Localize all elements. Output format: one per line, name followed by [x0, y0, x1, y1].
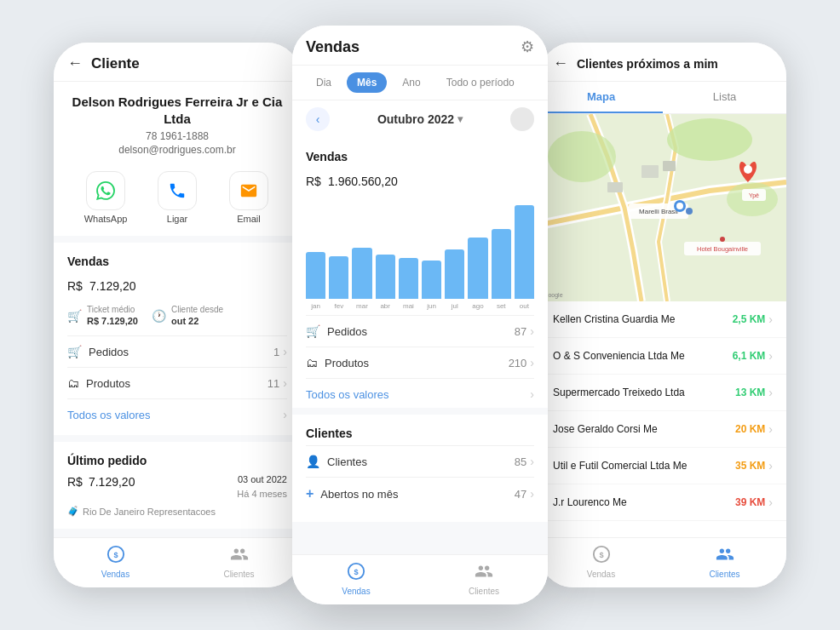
- abertos-label: Abertos no mês: [320, 488, 398, 501]
- bar: [376, 255, 395, 299]
- svg-point-21: [744, 165, 752, 174]
- bar-month-label: jun: [427, 302, 436, 310]
- right-nav-vendas[interactable]: $ Vendas: [539, 545, 663, 579]
- sales-section-title: Vendas: [67, 255, 287, 268]
- produtos-row[interactable]: 🗂 Produtos 11 ›: [67, 367, 287, 398]
- email-label: Email: [237, 214, 261, 224]
- center-nav-clientes[interactable]: Clientes: [420, 562, 548, 596]
- bar-col: fev: [329, 199, 348, 310]
- bottom-nav-left: $ Vendas Clientes: [54, 537, 301, 587]
- center-pedidos-label: Pedidos: [327, 325, 367, 338]
- tab-ano[interactable]: Ano: [392, 72, 430, 93]
- list-item[interactable]: O & S Conveniencia Ltda Me6,1 KM›: [539, 338, 786, 375]
- center-todos-link[interactable]: Todos os valores ›: [306, 378, 534, 403]
- client-phone: 78 1961-1888: [67, 130, 287, 142]
- back-button[interactable]: ←: [67, 54, 83, 72]
- desde-text: Cliente desde out 22: [171, 304, 223, 327]
- sales-value: R$ 7.129,20: [67, 273, 287, 295]
- next-month-button[interactable]: [510, 107, 534, 131]
- clientes-nav-icon: [716, 545, 734, 568]
- sales-card: Vendas R$ 7.129,20 🛒 Ticket médio R$ 7.1…: [54, 243, 301, 435]
- left-scroll: Delson Rodrigues Ferreira Jr e Cia Ltda …: [54, 82, 301, 537]
- bar: [352, 248, 371, 299]
- list-item[interactable]: Kellen Cristina Guardia Me2,5 KM›: [539, 301, 786, 338]
- bar-col: mai: [399, 199, 418, 310]
- center-nav-vendas[interactable]: $ Vendas: [292, 562, 420, 596]
- client-distance: 35 KM: [735, 460, 765, 472]
- ticket-medio-metric: 🛒 Ticket médio R$ 7.129,20: [67, 304, 138, 327]
- pedidos-label: Pedidos: [89, 346, 129, 358]
- last-order-title: Último pedido: [67, 454, 287, 467]
- svg-text:$: $: [599, 551, 603, 559]
- clientes-nav-label: Clientes: [469, 587, 499, 596]
- email-button[interactable]: Email: [218, 171, 279, 224]
- tab-mapa[interactable]: Mapa: [539, 82, 663, 113]
- list-item[interactable]: Jose Geraldo Corsi Me20 KM›: [539, 411, 786, 448]
- svg-text:Hotel Bougainville: Hotel Bougainville: [697, 245, 748, 253]
- nav-vendas[interactable]: $ Vendas: [54, 545, 177, 579]
- phone-center: Vendas ⚙ Dia Mês Ano Todo o período ‹ Ou…: [292, 26, 548, 604]
- todos-valores-link[interactable]: Todos os valores ›: [67, 398, 287, 423]
- abertos-row[interactable]: + Abertos no mês 47 ›: [306, 477, 534, 510]
- bar-month-label: jul: [452, 302, 458, 310]
- bar-month-label: jan: [311, 302, 320, 310]
- clientes-title: Clientes: [306, 427, 534, 440]
- client-list-name: Jose Geraldo Corsi Me: [553, 423, 658, 435]
- svg-point-13: [686, 208, 693, 215]
- dropdown-icon: ▾: [457, 113, 463, 125]
- center-pedidos-value: 87: [515, 325, 526, 338]
- map-container[interactable]: Marelli Brasil Hotel Bougainville Ypê: [539, 114, 786, 301]
- client-distance: 2,5 KM: [733, 313, 766, 325]
- svg-point-5: [548, 131, 616, 182]
- clientes-label: Clientes: [327, 455, 367, 468]
- center-header: Vendas ⚙: [292, 26, 548, 66]
- phone-right: ← Clientes próximos a mim Mapa Lista: [539, 43, 786, 587]
- bar: [399, 258, 418, 299]
- call-button[interactable]: Ligar: [147, 171, 208, 224]
- prev-month-button[interactable]: ‹: [306, 107, 330, 131]
- svg-point-16: [720, 237, 725, 242]
- ticket-icon: 🛒: [67, 309, 82, 323]
- client-distance: 13 KM: [735, 387, 765, 398]
- list-item[interactable]: Util e Futil Comercial Ltda Me35 KM›: [539, 448, 786, 484]
- center-pedidos-row[interactable]: 🛒 Pedidos 87 ›: [306, 315, 534, 346]
- bar-col: abr: [376, 199, 395, 310]
- right-back-button[interactable]: ←: [553, 54, 568, 72]
- clientes-nav-icon: [475, 562, 493, 585]
- gear-icon[interactable]: ⚙: [521, 37, 534, 56]
- cliente-desde-metric: 🕐 Cliente desde out 22: [152, 304, 223, 327]
- metrics-row: 🛒 Ticket médio R$ 7.129,20 🕐 Cliente des…: [67, 304, 287, 327]
- center-produtos-row[interactable]: 🗂 Produtos 210 ›: [306, 346, 534, 378]
- tab-lista[interactable]: Lista: [663, 82, 786, 113]
- center-produtos-value: 210: [509, 357, 527, 369]
- bar-col: jan: [306, 199, 325, 310]
- client-list-name: Kellen Cristina Guardia Me: [553, 313, 675, 325]
- chevron-right-icon: ›: [768, 495, 773, 509]
- whatsapp-label: WhatsApp: [84, 214, 128, 224]
- right-nav-clientes[interactable]: Clientes: [663, 545, 786, 579]
- list-item[interactable]: Supermercado Treixedo Ltda13 KM›: [539, 375, 786, 411]
- tab-todo-periodo[interactable]: Todo o período: [436, 72, 525, 93]
- clientes-row[interactable]: 👤 Clientes 85 ›: [306, 445, 534, 477]
- center-produtos-label: Produtos: [325, 357, 369, 369]
- list-item[interactable]: J.r Lourenco Me39 KM›: [539, 484, 786, 521]
- screen-center: Vendas ⚙ Dia Mês Ano Todo o período ‹ Ou…: [292, 26, 548, 604]
- clientes-count: 85: [515, 455, 526, 468]
- nav-clientes[interactable]: Clientes: [177, 545, 301, 579]
- tab-dia[interactable]: Dia: [306, 72, 342, 93]
- order-value: R$ 7.129,20: [67, 472, 136, 490]
- chevron-icon: ›: [530, 356, 534, 369]
- bar: [329, 256, 348, 299]
- vendas-nav-label: Vendas: [101, 570, 129, 579]
- period-tabs: Dia Mês Ano Todo o período: [292, 66, 548, 100]
- whatsapp-button[interactable]: WhatsApp: [75, 171, 136, 224]
- pedidos-row[interactable]: 🛒 Pedidos 1 ›: [67, 335, 287, 367]
- bar-col: ago: [468, 199, 487, 310]
- produtos-icon: 🗂: [306, 356, 318, 369]
- tab-mes[interactable]: Mês: [347, 72, 387, 93]
- bar-col: set: [492, 199, 511, 310]
- map-tabs: Mapa Lista: [539, 82, 786, 114]
- chevron-icon: ›: [530, 387, 534, 401]
- client-info-section: Delson Rodrigues Ferreira Jr e Cia Ltda …: [54, 82, 301, 243]
- client-email: delson@rodrigues.com.br: [67, 144, 287, 156]
